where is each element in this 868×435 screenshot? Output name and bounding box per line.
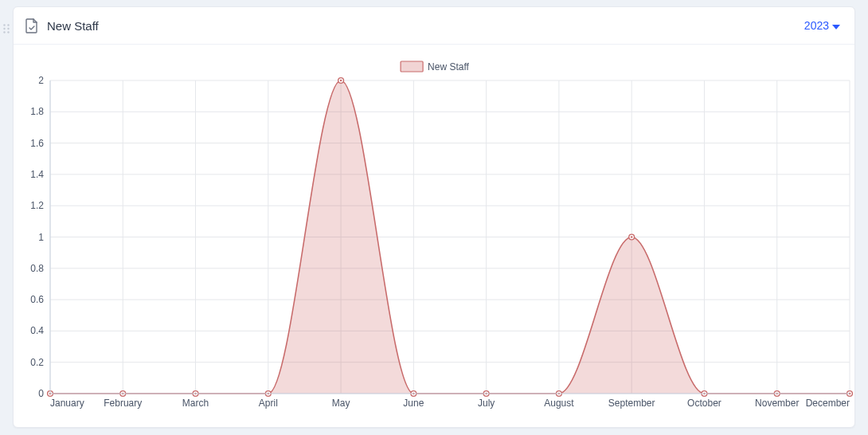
x-tick-label: January <box>50 398 84 409</box>
card-header: New Staff 2023 <box>14 7 854 45</box>
card-title: New Staff <box>47 19 99 33</box>
x-tick-label: March <box>182 398 209 409</box>
svg-point-1 <box>7 24 9 25</box>
chart-area: 00.20.40.60.811.21.41.61.82JanuaryFebrua… <box>14 45 855 427</box>
y-tick-label: 0 <box>38 388 44 399</box>
drag-handle-icon[interactable] <box>0 3 13 33</box>
y-tick-label: 1.4 <box>30 169 44 180</box>
chart-card: New Staff 2023 00.20.40.60.811.21.41.61.… <box>13 6 855 428</box>
y-tick-label: 2 <box>38 75 44 86</box>
legend-swatch <box>401 61 423 72</box>
svg-point-4 <box>3 31 5 33</box>
x-tick-label: June <box>403 398 424 409</box>
x-tick-label: July <box>478 398 495 409</box>
year-dropdown[interactable]: 2023 <box>804 19 840 32</box>
legend-label: New Staff <box>428 61 469 72</box>
y-tick-label: 1 <box>38 232 44 243</box>
chart-svg: 00.20.40.60.811.21.41.61.82JanuaryFebrua… <box>14 45 855 427</box>
year-value: 2023 <box>804 19 829 32</box>
y-tick-label: 1.6 <box>30 138 44 149</box>
y-tick-label: 1.2 <box>30 200 44 211</box>
y-tick-label: 0.2 <box>30 357 44 368</box>
y-tick-label: 1.8 <box>30 106 44 117</box>
y-tick-label: 0.8 <box>30 263 44 274</box>
y-tick-label: 0.6 <box>30 294 44 305</box>
svg-point-5 <box>7 31 9 33</box>
x-tick-label: November <box>755 398 799 409</box>
x-tick-label: April <box>259 398 278 409</box>
x-tick-label: September <box>608 398 655 409</box>
x-tick-label: October <box>687 398 721 409</box>
caret-down-icon <box>832 19 840 32</box>
x-tick-label: February <box>104 398 142 409</box>
x-tick-label: May <box>332 398 350 409</box>
x-tick-label: August <box>544 398 574 409</box>
svg-point-3 <box>7 28 9 29</box>
data-point-inner <box>340 80 342 82</box>
svg-point-2 <box>3 28 5 29</box>
x-tick-label: December <box>806 398 850 409</box>
report-icon <box>25 18 39 33</box>
svg-point-0 <box>3 24 5 25</box>
data-point-inner <box>631 236 633 238</box>
y-tick-label: 0.4 <box>30 325 44 336</box>
